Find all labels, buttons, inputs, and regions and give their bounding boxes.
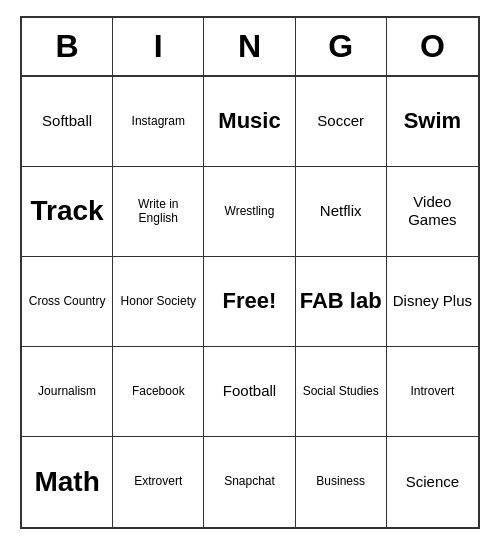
header-letter-b: B bbox=[22, 18, 113, 75]
bingo-cell-14: Disney Plus bbox=[387, 257, 478, 347]
bingo-cell-text-6: Write in English bbox=[117, 197, 199, 226]
bingo-cell-18: Social Studies bbox=[296, 347, 387, 437]
bingo-cell-9: Video Games bbox=[387, 167, 478, 257]
bingo-header: BINGO bbox=[22, 18, 478, 77]
bingo-cell-20: Math bbox=[22, 437, 113, 527]
bingo-cell-text-2: Music bbox=[218, 108, 280, 134]
bingo-cell-text-3: Soccer bbox=[317, 112, 364, 130]
bingo-cell-text-8: Netflix bbox=[320, 202, 362, 220]
bingo-cell-text-17: Football bbox=[223, 382, 276, 400]
bingo-cell-text-9: Video Games bbox=[391, 193, 474, 229]
bingo-cell-text-14: Disney Plus bbox=[393, 292, 472, 310]
header-letter-i: I bbox=[113, 18, 204, 75]
bingo-cell-text-10: Cross Country bbox=[29, 294, 106, 308]
bingo-cell-text-4: Swim bbox=[404, 108, 461, 134]
bingo-cell-8: Netflix bbox=[296, 167, 387, 257]
bingo-cell-16: Facebook bbox=[113, 347, 204, 437]
bingo-cell-text-16: Facebook bbox=[132, 384, 185, 398]
header-letter-n: N bbox=[204, 18, 295, 75]
bingo-grid: SoftballInstagramMusicSoccerSwimTrackWri… bbox=[22, 77, 478, 527]
bingo-cell-11: Honor Society bbox=[113, 257, 204, 347]
bingo-cell-22: Snapchat bbox=[204, 437, 295, 527]
bingo-cell-3: Soccer bbox=[296, 77, 387, 167]
bingo-cell-text-11: Honor Society bbox=[121, 294, 196, 308]
bingo-cell-7: Wrestling bbox=[204, 167, 295, 257]
bingo-cell-text-15: Journalism bbox=[38, 384, 96, 398]
bingo-cell-text-20: Math bbox=[34, 465, 99, 499]
bingo-cell-0: Softball bbox=[22, 77, 113, 167]
bingo-cell-17: Football bbox=[204, 347, 295, 437]
bingo-cell-text-0: Softball bbox=[42, 112, 92, 130]
header-letter-g: G bbox=[296, 18, 387, 75]
bingo-cell-text-12: Free! bbox=[223, 288, 277, 314]
bingo-cell-text-5: Track bbox=[31, 194, 104, 228]
bingo-cell-10: Cross Country bbox=[22, 257, 113, 347]
bingo-cell-21: Extrovert bbox=[113, 437, 204, 527]
bingo-cell-19: Introvert bbox=[387, 347, 478, 437]
bingo-cell-text-18: Social Studies bbox=[303, 384, 379, 398]
bingo-cell-6: Write in English bbox=[113, 167, 204, 257]
header-letter-o: O bbox=[387, 18, 478, 75]
bingo-cell-4: Swim bbox=[387, 77, 478, 167]
bingo-cell-1: Instagram bbox=[113, 77, 204, 167]
bingo-cell-text-23: Business bbox=[316, 474, 365, 488]
bingo-cell-2: Music bbox=[204, 77, 295, 167]
bingo-cell-text-24: Science bbox=[406, 473, 459, 491]
bingo-cell-text-22: Snapchat bbox=[224, 474, 275, 488]
bingo-cell-text-19: Introvert bbox=[410, 384, 454, 398]
bingo-cell-13: FAB lab bbox=[296, 257, 387, 347]
bingo-cell-15: Journalism bbox=[22, 347, 113, 437]
bingo-cell-text-7: Wrestling bbox=[225, 204, 275, 218]
bingo-cell-23: Business bbox=[296, 437, 387, 527]
bingo-cell-text-21: Extrovert bbox=[134, 474, 182, 488]
bingo-cell-24: Science bbox=[387, 437, 478, 527]
bingo-card: BINGO SoftballInstagramMusicSoccerSwimTr… bbox=[20, 16, 480, 529]
bingo-cell-text-1: Instagram bbox=[132, 114, 185, 128]
bingo-cell-text-13: FAB lab bbox=[300, 288, 382, 314]
bingo-cell-5: Track bbox=[22, 167, 113, 257]
bingo-cell-12: Free! bbox=[204, 257, 295, 347]
